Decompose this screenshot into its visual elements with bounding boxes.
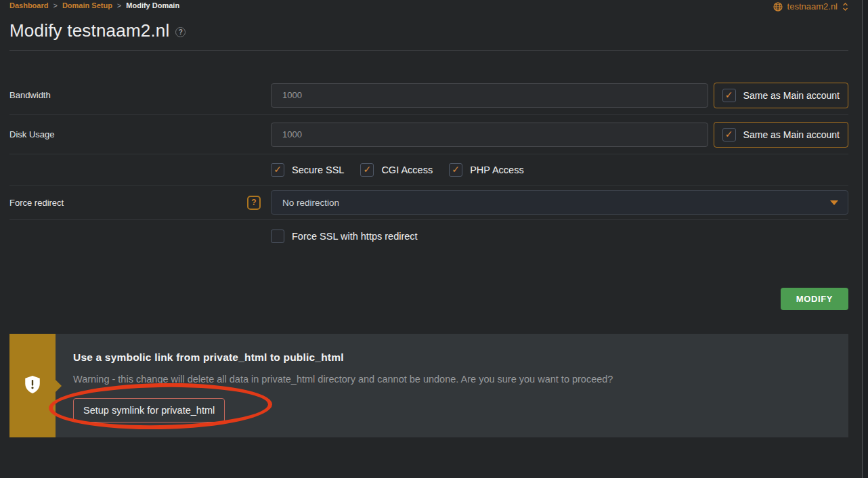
help-icon[interactable]: ? — [175, 27, 186, 37]
check-icon: ✓ — [364, 165, 372, 174]
modify-domain-page: Dashboard > Domain Setup > Modify Domain — [0, 0, 868, 478]
warning-body: Use a symbolic link from private_html to… — [56, 334, 630, 437]
setup-symlink-button[interactable]: Setup symlink for private_html — [73, 398, 225, 422]
chevron-updown-icon — [842, 2, 848, 12]
bandwidth-same-as-main[interactable]: ✓ Same as Main account — [714, 83, 848, 108]
cgi-access-label: CGI Access — [381, 165, 433, 175]
force-redirect-help-icon[interactable]: ? — [247, 196, 261, 210]
breadcrumb-current: Modify Domain — [126, 1, 179, 9]
bandwidth-input[interactable] — [271, 83, 708, 108]
warning-arrow — [56, 380, 62, 392]
warning-title: Use a symbolic link from private_html to… — [73, 351, 613, 364]
secure-ssl-label: Secure SSL — [292, 165, 344, 175]
bandwidth-same-label: Same as Main account — [743, 90, 840, 101]
domain-selector[interactable]: testnaam2.nl — [773, 1, 848, 12]
modify-button[interactable]: MODIFY — [781, 288, 848, 310]
form-row-force-ssl: Force SSL with https redirect — [9, 220, 848, 252]
breadcrumb-dashboard[interactable]: Dashboard — [9, 1, 48, 9]
disk-usage-same-label: Same as Main account — [743, 129, 840, 140]
page-content: Dashboard > Domain Setup > Modify Domain — [9, 0, 848, 437]
php-access-label: PHP Access — [470, 165, 524, 175]
force-ssl-label: Force SSL with https redirect — [292, 231, 418, 242]
check-icon: ✓ — [725, 90, 733, 100]
breadcrumb-separator: > — [53, 1, 57, 9]
bandwidth-same-checkbox[interactable]: ✓ — [722, 89, 736, 102]
domain-selector-value: testnaam2.nl — [787, 1, 838, 12]
vertical-scrollbar[interactable] — [862, 0, 868, 478]
check-icon: ✓ — [274, 165, 282, 174]
symlink-warning-panel: Use a symbolic link from private_html to… — [9, 334, 848, 437]
secure-ssl-option[interactable]: ✓ Secure SSL — [271, 163, 344, 177]
shield-warning-icon — [24, 375, 41, 397]
php-access-option[interactable]: ✓ PHP Access — [449, 163, 524, 177]
globe-icon — [773, 2, 783, 12]
disk-usage-same-as-main[interactable]: ✓ Same as Main account — [714, 122, 848, 148]
disk-usage-label: Disk Usage — [9, 129, 54, 139]
disk-usage-input[interactable] — [271, 123, 708, 147]
warning-message: Warning - this change will delete all da… — [73, 374, 613, 385]
secure-ssl-checkbox[interactable]: ✓ — [271, 163, 284, 177]
bandwidth-label: Bandwidth — [9, 90, 51, 100]
top-bar: Dashboard > Domain Setup > Modify Domain — [9, 0, 848, 11]
form-row-access-options: ✓ Secure SSL ✓ CGI Access ✓ — [9, 154, 848, 186]
force-redirect-select[interactable]: No redirection — [271, 190, 848, 215]
form-row-bandwidth: Bandwidth ✓ Same as Main account — [9, 76, 848, 115]
force-ssl-option[interactable]: Force SSL with https redirect — [271, 230, 418, 243]
breadcrumb-domain-setup[interactable]: Domain Setup — [62, 1, 112, 9]
form-row-force-redirect: Force redirect ? No redirection — [9, 186, 848, 220]
cgi-access-checkbox[interactable]: ✓ — [360, 163, 374, 177]
breadcrumb: Dashboard > Domain Setup > Modify Domain — [9, 1, 179, 9]
check-icon: ✓ — [452, 165, 460, 174]
chevron-down-icon — [830, 200, 838, 205]
php-access-checkbox[interactable]: ✓ — [449, 163, 462, 177]
page-title: Modify testnaam2.nl ? — [9, 20, 848, 41]
page-title-text: Modify testnaam2.nl — [9, 20, 169, 41]
force-redirect-label: Force redirect — [9, 198, 64, 208]
cgi-access-option[interactable]: ✓ CGI Access — [360, 163, 433, 177]
form-row-disk-usage: Disk Usage ✓ Same as Main account — [9, 115, 848, 154]
form-actions: MODIFY — [9, 288, 848, 310]
breadcrumb-separator: > — [117, 1, 121, 9]
warning-accent-strip — [9, 334, 56, 437]
check-icon: ✓ — [725, 129, 733, 139]
modify-domain-form: Bandwidth ✓ Same as Main account Disk Us… — [9, 76, 848, 252]
force-redirect-selected-value: No redirection — [282, 198, 339, 208]
force-ssl-checkbox[interactable] — [271, 230, 284, 243]
title-divider — [9, 50, 848, 51]
disk-usage-same-checkbox[interactable]: ✓ — [722, 128, 736, 142]
